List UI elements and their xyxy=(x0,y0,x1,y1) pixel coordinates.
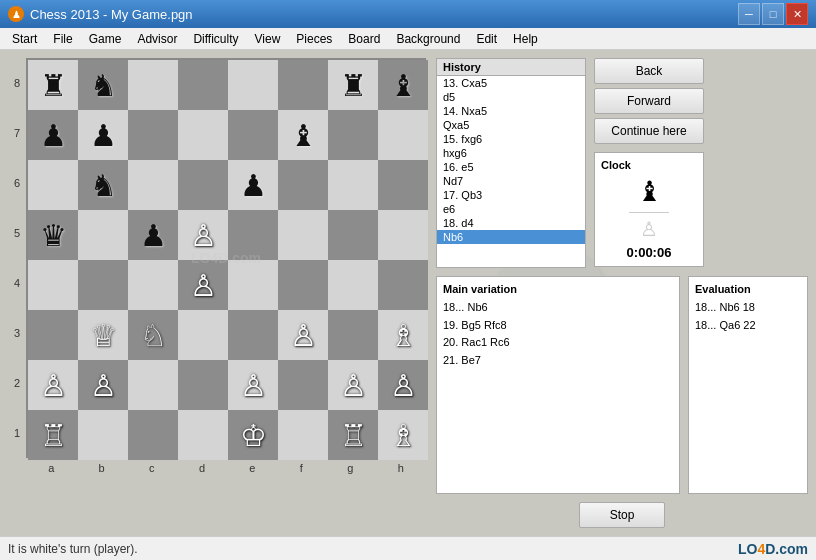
board-cell[interactable] xyxy=(278,160,328,210)
board-cell[interactable]: ♟ xyxy=(28,110,78,160)
board-cell[interactable] xyxy=(178,410,228,460)
board-cell[interactable] xyxy=(78,260,128,310)
board-cell[interactable]: ♙ xyxy=(178,260,228,310)
board-cell[interactable] xyxy=(278,210,328,260)
board-cell[interactable] xyxy=(178,60,228,110)
history-header: History xyxy=(437,59,585,76)
board-cell[interactable]: ♟ xyxy=(128,210,178,260)
clock-title: Clock xyxy=(601,159,697,171)
board-cell[interactable]: ♙ xyxy=(278,310,328,360)
menu-item-view[interactable]: View xyxy=(247,30,289,48)
history-entry[interactable]: d5 xyxy=(437,90,585,104)
board-cell[interactable] xyxy=(378,160,428,210)
menu-item-advisor[interactable]: Advisor xyxy=(129,30,185,48)
board-cell[interactable] xyxy=(128,260,178,310)
board-cell[interactable] xyxy=(178,310,228,360)
board-cell[interactable] xyxy=(378,260,428,310)
board-cell[interactable]: ♖ xyxy=(328,410,378,460)
board-cell[interactable] xyxy=(328,210,378,260)
board-cell[interactable] xyxy=(228,210,278,260)
board-cell[interactable] xyxy=(228,260,278,310)
board-cell[interactable]: ♗ xyxy=(378,410,428,460)
board-cell[interactable]: ♝ xyxy=(378,60,428,110)
board-cell[interactable] xyxy=(128,110,178,160)
history-entry[interactable]: 14. Nxa5 xyxy=(437,104,585,118)
history-entry[interactable]: 17. Qb3 xyxy=(437,188,585,202)
maximize-button[interactable]: □ xyxy=(762,3,784,25)
back-button[interactable]: Back xyxy=(594,58,704,84)
stop-button[interactable]: Stop xyxy=(579,502,666,528)
menu-item-background[interactable]: Background xyxy=(388,30,468,48)
board-cell[interactable] xyxy=(228,310,278,360)
board-cell[interactable] xyxy=(278,360,328,410)
board-cell[interactable] xyxy=(128,160,178,210)
board-cell[interactable]: ♞ xyxy=(78,160,128,210)
board-cell[interactable] xyxy=(178,360,228,410)
menu-item-help[interactable]: Help xyxy=(505,30,546,48)
board-cell[interactable] xyxy=(278,260,328,310)
forward-button[interactable]: Forward xyxy=(594,88,704,114)
board-cell[interactable]: ♖ xyxy=(28,410,78,460)
history-entry[interactable]: 13. Cxa5 xyxy=(437,76,585,90)
menu-item-board[interactable]: Board xyxy=(340,30,388,48)
variation-line: 20. Rac1 Rc6 xyxy=(443,334,673,352)
board-cell[interactable] xyxy=(178,110,228,160)
minimize-button[interactable]: ─ xyxy=(738,3,760,25)
menu-item-difficulty[interactable]: Difficulty xyxy=(185,30,246,48)
board-cell[interactable] xyxy=(28,310,78,360)
board-cell[interactable] xyxy=(328,160,378,210)
close-button[interactable]: ✕ xyxy=(786,3,808,25)
board-cell[interactable] xyxy=(128,360,178,410)
menu-item-pieces[interactable]: Pieces xyxy=(288,30,340,48)
board-cell[interactable] xyxy=(78,410,128,460)
board-cell[interactable]: ♛ xyxy=(28,210,78,260)
chess-board[interactable]: ♜♞♜♝♟♟♝♞♟♛♟♙♙♕♘♙♗♙♙♙♙♙♖♔♖♗LO4D.com xyxy=(26,58,426,458)
board-cell[interactable]: ♙ xyxy=(328,360,378,410)
board-cell[interactable] xyxy=(228,60,278,110)
history-entry[interactable]: Nd7 xyxy=(437,174,585,188)
history-entry[interactable]: 15. fxg6 xyxy=(437,132,585,146)
board-cell[interactable]: ♔ xyxy=(228,410,278,460)
continue-here-button[interactable]: Continue here xyxy=(594,118,704,144)
board-cell[interactable] xyxy=(378,110,428,160)
board-cell[interactable] xyxy=(228,110,278,160)
status-text: It is white's turn (player). xyxy=(8,542,138,556)
board-cell[interactable] xyxy=(28,260,78,310)
board-cell[interactable] xyxy=(278,60,328,110)
board-cell[interactable]: ♜ xyxy=(328,60,378,110)
board-cell[interactable]: ♙ xyxy=(78,360,128,410)
board-cell[interactable]: ♝ xyxy=(278,110,328,160)
board-cell[interactable] xyxy=(328,260,378,310)
menu-item-file[interactable]: File xyxy=(45,30,80,48)
board-cell[interactable] xyxy=(128,410,178,460)
board-cell[interactable]: ♜ xyxy=(28,60,78,110)
board-cell[interactable]: ♕ xyxy=(78,310,128,360)
history-entry[interactable]: Nb6 xyxy=(437,230,585,244)
history-list[interactable]: 13. Cxa5d514. Nxa5Qxa515. fxg6hxg616. e5… xyxy=(437,76,585,267)
board-cell[interactable] xyxy=(28,160,78,210)
board-cell[interactable] xyxy=(328,310,378,360)
board-cell[interactable]: ♘ xyxy=(128,310,178,360)
history-entry[interactable]: 16. e5 xyxy=(437,160,585,174)
history-entry[interactable]: hxg6 xyxy=(437,146,585,160)
menu-item-edit[interactable]: Edit xyxy=(468,30,505,48)
board-cell[interactable]: ♟ xyxy=(78,110,128,160)
board-cell[interactable]: ♟ xyxy=(228,160,278,210)
board-cell[interactable] xyxy=(178,160,228,210)
board-cell[interactable]: ♙ xyxy=(378,360,428,410)
board-cell[interactable] xyxy=(378,210,428,260)
board-cell[interactable] xyxy=(328,110,378,160)
history-entry[interactable]: Qxa5 xyxy=(437,118,585,132)
history-entry[interactable]: e6 xyxy=(437,202,585,216)
board-cell[interactable]: ♙ xyxy=(178,210,228,260)
board-cell[interactable] xyxy=(278,410,328,460)
menu-item-game[interactable]: Game xyxy=(81,30,130,48)
board-cell[interactable] xyxy=(128,60,178,110)
menu-item-start[interactable]: Start xyxy=(4,30,45,48)
board-cell[interactable]: ♙ xyxy=(28,360,78,410)
history-entry[interactable]: 18. d4 xyxy=(437,216,585,230)
board-cell[interactable]: ♗ xyxy=(378,310,428,360)
board-cell[interactable]: ♞ xyxy=(78,60,128,110)
board-cell[interactable]: ♙ xyxy=(228,360,278,410)
board-cell[interactable] xyxy=(78,210,128,260)
